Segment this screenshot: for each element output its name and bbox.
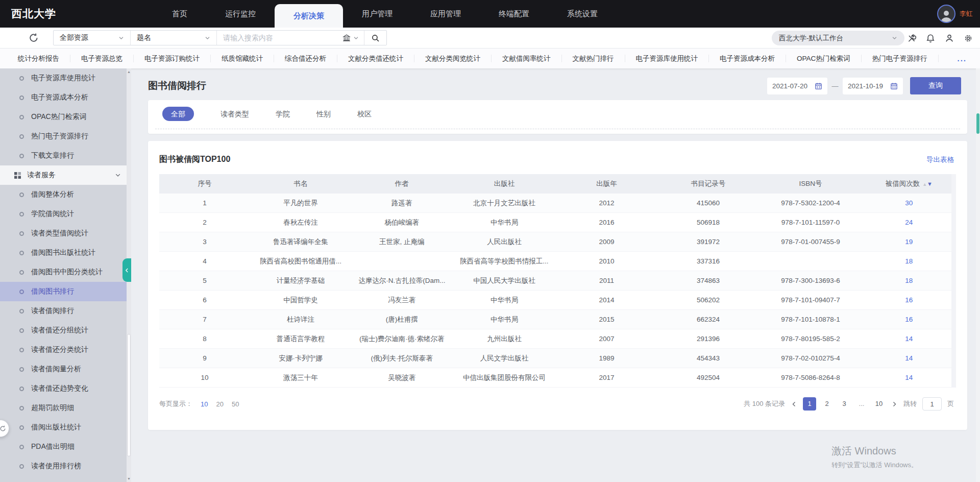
sidebar-item[interactable]: OPAC热门检索词 bbox=[0, 107, 131, 127]
table-scrollbar-gutter[interactable] bbox=[951, 174, 956, 388]
filter-pill[interactable]: 性别 bbox=[316, 107, 331, 121]
nav-item[interactable]: 运行监控 bbox=[206, 0, 275, 28]
search-button[interactable] bbox=[364, 31, 386, 45]
sidebar-item[interactable]: 借阅图书出版社统计 bbox=[0, 243, 131, 262]
sidebar-collapse-button[interactable] bbox=[122, 258, 131, 282]
page-scrollbar[interactable] bbox=[976, 68, 980, 482]
filter-pill[interactable]: 全部 bbox=[162, 107, 194, 121]
nav-item[interactable]: 分析决策 bbox=[275, 4, 343, 28]
report-tab[interactable]: 电子资源成本分析 bbox=[709, 55, 786, 62]
sidebar-item[interactable]: 读者借阅排行 bbox=[0, 301, 131, 321]
nav-item[interactable]: 应用管理 bbox=[411, 0, 480, 28]
cell-borrow-count-link[interactable]: 18 bbox=[862, 277, 956, 284]
bell-icon[interactable] bbox=[926, 34, 935, 43]
page-button[interactable]: 3 bbox=[838, 397, 851, 411]
sidebar-item[interactable]: 借阅图书中图分类统计 bbox=[0, 262, 131, 282]
cell-borrow-count-link[interactable]: 14 bbox=[862, 354, 956, 362]
report-tab[interactable]: 电子资源库使用统计 bbox=[625, 55, 709, 62]
search-input[interactable] bbox=[223, 34, 331, 42]
query-button[interactable]: 查询 bbox=[910, 77, 961, 94]
date-from-input[interactable]: 2021-07-20 bbox=[767, 78, 827, 94]
sidebar-item[interactable]: 读者服务 bbox=[0, 165, 131, 185]
tools-icon[interactable] bbox=[907, 34, 916, 43]
page-button[interactable]: 2 bbox=[820, 397, 834, 411]
library-select[interactable] bbox=[337, 34, 364, 42]
sidebar-item[interactable]: 读者借还分类统计 bbox=[0, 340, 131, 359]
per-page-option[interactable]: 50 bbox=[232, 400, 239, 408]
sidebar-item[interactable]: 读者使用排行榜 bbox=[0, 456, 131, 476]
sidebar-item[interactable]: 下载文章排行 bbox=[0, 146, 131, 165]
more-tabs-ellipsis-icon[interactable]: ... bbox=[957, 54, 967, 63]
sort-desc-icon[interactable]: ▼ bbox=[927, 181, 933, 187]
sidebar-menu: 电子资源库使用统计 电子资源成本分析 bbox=[0, 68, 131, 476]
cell-year: 1989 bbox=[556, 354, 657, 362]
report-tab[interactable]: 纸质馆藏统计 bbox=[211, 55, 274, 62]
nav-item[interactable]: 终端配置 bbox=[480, 0, 548, 28]
filter-pill[interactable]: 学院 bbox=[276, 107, 290, 121]
sort-control[interactable]: ▲▼ bbox=[922, 180, 933, 187]
report-tab[interactable]: 文献热门排行 bbox=[562, 55, 625, 62]
cell-borrow-count-link[interactable]: 19 bbox=[862, 238, 956, 246]
username[interactable]: 李虹 bbox=[960, 9, 973, 18]
cell-borrow-count-link[interactable]: 14 bbox=[862, 335, 956, 343]
sidebar-item[interactable]: 读者借还分组统计 bbox=[0, 321, 131, 340]
sidebar-item[interactable]: 电子资源库使用统计 bbox=[0, 68, 131, 88]
scope-select[interactable]: 全部资源 bbox=[54, 33, 130, 42]
sidebar-item[interactable]: 学院借阅统计 bbox=[0, 204, 131, 224]
cell-borrow-count-link[interactable]: 16 bbox=[862, 316, 956, 323]
cell-borrow-count-link[interactable]: 18 bbox=[862, 257, 956, 265]
report-tab[interactable]: 综合借还分析 bbox=[274, 55, 337, 62]
cell-borrow-count-link[interactable]: 16 bbox=[862, 296, 956, 304]
avatar[interactable] bbox=[937, 5, 955, 23]
page-scrollbar-thumb[interactable] bbox=[976, 113, 979, 134]
scroll-up-icon[interactable]: ▲ bbox=[127, 70, 131, 74]
filter-pill[interactable]: 读者类型 bbox=[220, 107, 249, 121]
per-page-option[interactable]: 10 bbox=[201, 400, 208, 408]
page-button[interactable]: ... bbox=[855, 397, 868, 411]
report-tab[interactable]: 电子资源订购统计 bbox=[134, 55, 211, 62]
sidebar-item-label: 读者借还分组统计 bbox=[31, 326, 88, 335]
sidebar-item[interactable]: 借阅图书排行 bbox=[0, 282, 131, 301]
jump-page-input[interactable] bbox=[922, 397, 942, 411]
nav-item[interactable]: 系统设置 bbox=[548, 0, 617, 28]
report-tab[interactable]: 文献分类阅览统计 bbox=[414, 55, 492, 62]
refresh-icon[interactable] bbox=[29, 33, 39, 43]
report-tab[interactable]: 文献借阅率统计 bbox=[492, 55, 562, 62]
report-tab[interactable]: 热门电子资源排行 bbox=[862, 55, 939, 62]
sort-asc-icon[interactable]: ▲ bbox=[922, 182, 927, 187]
page-button[interactable]: 10 bbox=[872, 397, 886, 411]
nav-item[interactable]: 用户管理 bbox=[343, 0, 411, 28]
sidebar-item[interactable]: 超期罚款明细 bbox=[0, 398, 131, 418]
filter-pill[interactable]: 校区 bbox=[357, 107, 372, 121]
next-page-button[interactable] bbox=[891, 401, 898, 407]
person-icon[interactable] bbox=[945, 34, 954, 43]
scroll-down-icon[interactable]: ▼ bbox=[127, 477, 131, 480]
prev-page-button[interactable] bbox=[791, 401, 797, 407]
nav-item[interactable]: 首页 bbox=[153, 0, 206, 28]
sidebar-item[interactable]: 读者借阅量分析 bbox=[0, 359, 131, 379]
cell-borrow-count-link[interactable]: 24 bbox=[862, 219, 956, 226]
page-button[interactable]: 1 bbox=[803, 397, 816, 411]
sidebar-item[interactable]: 电子资源成本分析 bbox=[0, 88, 131, 107]
field-select[interactable]: 题名 bbox=[131, 33, 216, 42]
per-page-option[interactable]: 20 bbox=[216, 400, 223, 408]
sidebar-item[interactable]: 借阅整体分析 bbox=[0, 185, 131, 204]
sidebar-item[interactable]: 读者借还趋势变化 bbox=[0, 379, 131, 398]
sidebar-item[interactable]: 热门电子资源排行 bbox=[0, 127, 131, 146]
gear-icon[interactable] bbox=[964, 34, 973, 43]
sidebar-item[interactable]: 借阅出版社统计 bbox=[0, 418, 131, 437]
column-header-borrow-count: 被借阅次数▲▼ bbox=[862, 179, 956, 188]
date-to-input[interactable]: 2021-10-19 bbox=[843, 78, 903, 94]
report-tab[interactable]: 统计分析报告 bbox=[7, 55, 70, 62]
report-tab[interactable]: 文献分类借还统计 bbox=[337, 55, 414, 62]
sidebar-item[interactable]: 读者类型借阅统计 bbox=[0, 224, 131, 243]
cell-borrow-count-link[interactable]: 14 bbox=[862, 374, 956, 381]
sidebar-item[interactable]: PDA借出明细 bbox=[0, 437, 131, 456]
report-tab[interactable]: 电子资源总览 bbox=[70, 55, 134, 62]
export-table-link[interactable]: 导出表格 bbox=[926, 155, 954, 164]
cell-borrow-count-link[interactable]: 30 bbox=[862, 199, 956, 207]
report-tab[interactable]: OPAC热门检索词 bbox=[786, 55, 862, 62]
table-row: 4 陕西省高校图书馆通用借... 陕西省高等学校图书情报工... 2010 33… bbox=[159, 252, 956, 271]
workspace-select[interactable]: 西北大学-默认工作台 bbox=[772, 31, 904, 45]
sidebar-scrollbar-thumb[interactable] bbox=[127, 334, 131, 456]
